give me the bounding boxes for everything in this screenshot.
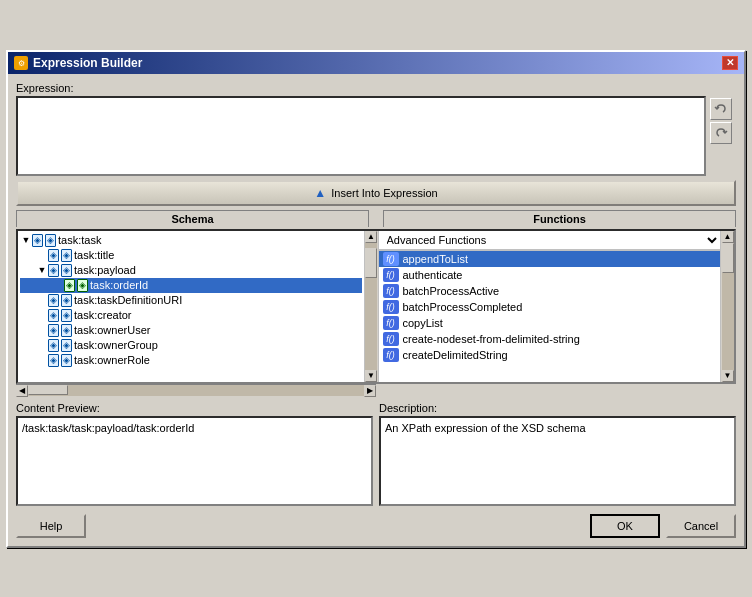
insert-arrow-icon: ▲ xyxy=(314,186,326,200)
function-item-batchProcessCompleted[interactable]: f() batchProcessCompleted xyxy=(379,299,721,315)
tree-row[interactable]: ◈◈ task:creator xyxy=(20,308,362,323)
schema-scrollbar[interactable]: ▲ ▼ xyxy=(365,231,379,382)
schema-column-header: Schema xyxy=(16,210,369,227)
function-item-copyList[interactable]: f() copyList xyxy=(379,315,721,331)
description-panel: Description: An XPath expression of the … xyxy=(379,402,736,506)
hscroll-thumb[interactable] xyxy=(28,385,68,395)
tree-row[interactable]: ◈◈ task:ownerGroup xyxy=(20,338,362,353)
xml-icon-green: ◈◈ xyxy=(64,279,88,292)
scroll-thumb[interactable] xyxy=(365,248,377,278)
xml-icon: ◈◈ xyxy=(48,249,72,262)
function-item-createDelimitedString[interactable]: f() createDelimitedString xyxy=(379,347,721,363)
xml-icon: ◈◈ xyxy=(48,294,72,307)
expression-label: Expression: xyxy=(16,82,736,94)
function-icon: f() xyxy=(383,268,399,282)
description-label: Description: xyxy=(379,402,736,414)
tree-label: task:task xyxy=(58,234,101,246)
insert-button-label: Insert Into Expression xyxy=(331,187,437,199)
tree-label: task:ownerRole xyxy=(74,354,150,366)
function-label: copyList xyxy=(403,317,443,329)
functions-category-dropdown[interactable]: Advanced Functions String Functions Math… xyxy=(379,231,721,250)
functions-scrollbar[interactable]: ▲ ▼ xyxy=(720,231,734,382)
content-preview-content: /task:task/task:payload/task:orderId xyxy=(16,416,373,506)
xml-icon: ◈◈ xyxy=(48,264,72,277)
function-label: appendToList xyxy=(403,253,468,265)
title-bar-left: ⚙ Expression Builder xyxy=(14,56,142,70)
content-preview-value: /task:task/task:payload/task:orderId xyxy=(22,422,194,434)
ok-cancel-group: OK Cancel xyxy=(590,514,736,538)
undo-button[interactable] xyxy=(710,98,732,120)
tree-row[interactable]: ▼ ◈◈ task:task xyxy=(20,233,362,248)
window-icon: ⚙ xyxy=(14,56,28,70)
title-bar: ⚙ Expression Builder ✕ xyxy=(8,52,744,74)
scroll-up-btn[interactable]: ▲ xyxy=(365,231,377,243)
expression-toolbar xyxy=(706,96,736,176)
hscroll-right-btn[interactable]: ▶ xyxy=(364,385,376,397)
tree-row[interactable]: ◈◈ task:taskDefinitionURI xyxy=(20,293,362,308)
tree-row[interactable]: ◈◈ task:title xyxy=(20,248,362,263)
tree-row[interactable]: ◈◈ task:ownerUser xyxy=(20,323,362,338)
func-scroll-track xyxy=(722,243,734,370)
cancel-button[interactable]: Cancel xyxy=(666,514,736,538)
content-preview-panel: Content Preview: /task:task/task:payload… xyxy=(16,402,373,506)
description-value: An XPath expression of the XSD schema xyxy=(385,422,586,434)
function-icon: f() xyxy=(383,348,399,362)
tree-row[interactable]: ◈◈ task:ownerRole xyxy=(20,353,362,368)
function-label: authenticate xyxy=(403,269,463,281)
redo-button[interactable] xyxy=(710,122,732,144)
tree-label: task:ownerUser xyxy=(74,324,150,336)
scroll-track xyxy=(365,243,377,370)
function-item-authenticate[interactable]: f() authenticate xyxy=(379,267,721,283)
functions-pane: Advanced Functions String Functions Math… xyxy=(379,231,721,382)
close-button[interactable]: ✕ xyxy=(722,56,738,70)
tree-label-selected: task:orderId xyxy=(90,279,148,291)
insert-into-expression-button[interactable]: ▲ Insert Into Expression xyxy=(16,180,736,206)
function-icon: f() xyxy=(383,252,399,266)
tree-row-selected[interactable]: ◈◈ task:orderId xyxy=(20,278,362,293)
ok-button[interactable]: OK xyxy=(590,514,660,538)
window-title: Expression Builder xyxy=(33,56,142,70)
button-row: Help OK Cancel xyxy=(16,514,736,538)
content-preview-label: Content Preview: xyxy=(16,402,373,414)
tree-label: task:payload xyxy=(74,264,136,276)
tree-label: task:title xyxy=(74,249,114,261)
hscroll-track xyxy=(28,385,364,396)
columns-header: Schema Functions xyxy=(16,210,736,227)
function-item-create-nodeset[interactable]: f() create-nodeset-from-delimited-string xyxy=(379,331,721,347)
function-icon: f() xyxy=(383,300,399,314)
function-label: batchProcessActive xyxy=(403,285,500,297)
columns-body: ▼ ◈◈ task:task ◈◈ task:title ▼ xyxy=(16,229,736,384)
tree-label: task:taskDefinitionURI xyxy=(74,294,182,306)
schema-hscroll[interactable]: ◀ ▶ xyxy=(16,384,376,396)
scroll-down-btn[interactable]: ▼ xyxy=(365,370,377,382)
expression-area xyxy=(16,96,736,176)
function-icon: f() xyxy=(383,284,399,298)
function-icon: f() xyxy=(383,332,399,346)
hscroll-left-btn[interactable]: ◀ xyxy=(16,385,28,397)
xml-icon: ◈◈ xyxy=(48,354,72,367)
tree-label: task:ownerGroup xyxy=(74,339,158,351)
svg-text:⚙: ⚙ xyxy=(18,59,25,68)
expander-icon: ▼ xyxy=(36,265,48,275)
functions-list[interactable]: f() appendToList f() authenticate f() ba… xyxy=(379,251,721,382)
function-label: create-nodeset-from-delimited-string xyxy=(403,333,580,345)
functions-column-header: Functions xyxy=(383,210,736,227)
window-body: Expression: xyxy=(8,74,744,546)
help-button[interactable]: Help xyxy=(16,514,86,538)
tree-label: task:creator xyxy=(74,309,131,321)
func-scroll-down-btn[interactable]: ▼ xyxy=(722,370,734,382)
func-scroll-thumb[interactable] xyxy=(722,243,734,273)
description-content: An XPath expression of the XSD schema xyxy=(379,416,736,506)
insert-btn-row: ▲ Insert Into Expression xyxy=(16,180,736,206)
xml-icon: ◈◈ xyxy=(48,339,72,352)
function-item-batchProcessActive[interactable]: f() batchProcessActive xyxy=(379,283,721,299)
function-item-appendToList[interactable]: f() appendToList xyxy=(379,251,721,267)
expression-builder-window: ⚙ Expression Builder ✕ Expression: xyxy=(6,50,746,548)
expression-input[interactable] xyxy=(16,96,706,176)
func-scroll-up-btn[interactable]: ▲ xyxy=(722,231,734,243)
tree-row[interactable]: ▼ ◈◈ task:payload xyxy=(20,263,362,278)
expander-icon: ▼ xyxy=(20,235,32,245)
function-label: batchProcessCompleted xyxy=(403,301,523,313)
schema-pane[interactable]: ▼ ◈◈ task:task ◈◈ task:title ▼ xyxy=(18,231,365,382)
xml-icon-task-task: ◈◈ xyxy=(32,234,56,247)
